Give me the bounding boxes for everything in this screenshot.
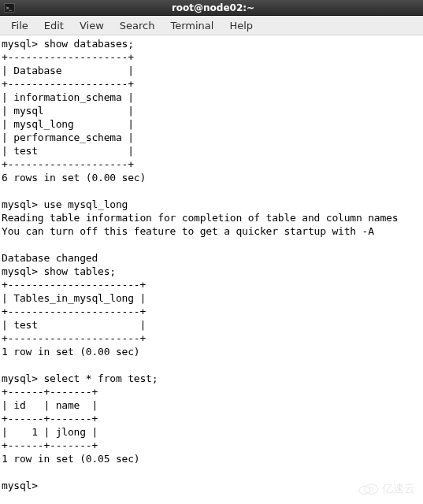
svg-text:>_: >_ (6, 4, 13, 10)
menu-search[interactable]: Search (112, 17, 163, 35)
menu-terminal[interactable]: Terminal (162, 17, 221, 35)
terminal-app-icon: >_ (3, 2, 16, 14)
window-title: root@node02:~ (19, 2, 423, 13)
menu-file[interactable]: File (3, 17, 36, 35)
menu-edit[interactable]: Edit (36, 17, 72, 35)
window-titlebar: >_ root@node02:~ (0, 0, 423, 16)
watermark-text: 亿速云 (382, 482, 415, 496)
watermark: 亿速云 (357, 482, 415, 496)
svg-point-3 (365, 484, 378, 495)
menu-help[interactable]: Help (221, 17, 261, 35)
menubar: File Edit View Search Terminal Help (0, 16, 423, 35)
menu-view[interactable]: View (72, 17, 112, 35)
terminal-output[interactable]: mysql> show databases; +----------------… (0, 35, 423, 492)
